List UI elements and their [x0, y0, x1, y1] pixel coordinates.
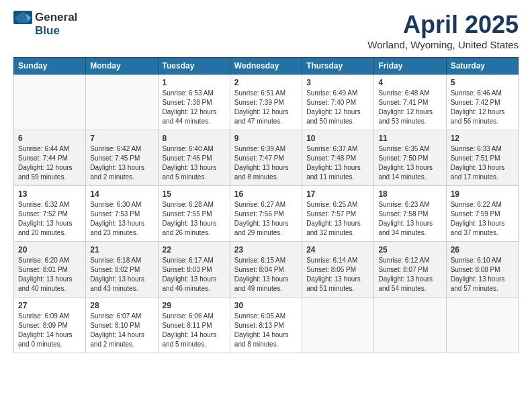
day-cell: 30Sunrise: 6:05 AM Sunset: 8:13 PM Dayli… [230, 298, 302, 353]
day-number: 22 [163, 245, 226, 255]
calendar-table: Sunday Monday Tuesday Wednesday Thursday… [13, 57, 519, 353]
day-detail: Sunrise: 6:15 AM Sunset: 8:04 PM Dayligh… [234, 256, 298, 293]
month-title: April 2025 [367, 11, 519, 39]
col-wednesday: Wednesday [230, 58, 302, 75]
day-detail: Sunrise: 6:42 AM Sunset: 7:45 PM Dayligh… [90, 144, 153, 182]
col-thursday: Thursday [302, 58, 374, 75]
day-number: 15 [163, 189, 226, 199]
day-detail: Sunrise: 6:37 AM Sunset: 7:48 PM Dayligh… [306, 144, 369, 182]
day-cell: 16Sunrise: 6:27 AM Sunset: 7:56 PM Dayli… [230, 186, 302, 242]
day-number: 9 [234, 134, 298, 143]
location-title: Worland, Wyoming, United States [367, 39, 519, 50]
day-number: 25 [378, 245, 441, 255]
day-detail: Sunrise: 6:06 AM Sunset: 8:11 PM Dayligh… [163, 312, 226, 349]
day-detail: Sunrise: 6:07 AM Sunset: 8:10 PM Dayligh… [90, 312, 153, 349]
day-number: 1 [163, 78, 226, 87]
day-number: 4 [378, 78, 441, 87]
day-detail: Sunrise: 6:22 AM Sunset: 7:59 PM Dayligh… [451, 200, 514, 238]
header: General Blue April 2025 Worland, Wyoming… [13, 11, 519, 50]
day-cell: 7Sunrise: 6:42 AM Sunset: 7:45 PM Daylig… [86, 130, 158, 186]
day-cell: 23Sunrise: 6:15 AM Sunset: 8:04 PM Dayli… [230, 242, 302, 298]
day-number: 14 [90, 189, 153, 199]
day-detail: Sunrise: 6:12 AM Sunset: 8:07 PM Dayligh… [378, 256, 441, 293]
day-cell [302, 298, 374, 353]
day-cell: 5Sunrise: 6:46 AM Sunset: 7:42 PM Daylig… [446, 75, 518, 130]
day-detail: Sunrise: 6:14 AM Sunset: 8:05 PM Dayligh… [306, 256, 369, 293]
day-detail: Sunrise: 6:33 AM Sunset: 7:51 PM Dayligh… [451, 144, 514, 182]
day-cell: 25Sunrise: 6:12 AM Sunset: 8:07 PM Dayli… [374, 242, 446, 298]
day-number: 29 [163, 301, 226, 310]
day-number: 7 [90, 134, 153, 143]
day-number: 11 [378, 134, 441, 143]
day-cell: 1Sunrise: 6:53 AM Sunset: 7:38 PM Daylig… [158, 75, 230, 130]
day-cell: 19Sunrise: 6:22 AM Sunset: 7:59 PM Dayli… [446, 186, 518, 242]
day-cell: 24Sunrise: 6:14 AM Sunset: 8:05 PM Dayli… [302, 242, 374, 298]
week-row-2: 6Sunrise: 6:44 AM Sunset: 7:44 PM Daylig… [14, 130, 519, 186]
day-detail: Sunrise: 6:48 AM Sunset: 7:41 PM Dayligh… [378, 89, 441, 126]
col-friday: Friday [374, 58, 446, 75]
day-cell [14, 75, 86, 130]
day-number: 2 [234, 78, 298, 87]
col-saturday: Saturday [446, 58, 518, 75]
day-number: 28 [90, 301, 153, 310]
day-detail: Sunrise: 6:40 AM Sunset: 7:46 PM Dayligh… [163, 144, 226, 182]
day-detail: Sunrise: 6:49 AM Sunset: 7:40 PM Dayligh… [306, 89, 369, 126]
logo-blue: Blue [35, 24, 60, 38]
day-detail: Sunrise: 6:09 AM Sunset: 8:09 PM Dayligh… [18, 312, 81, 349]
day-cell: 28Sunrise: 6:07 AM Sunset: 8:10 PM Dayli… [86, 298, 158, 353]
day-detail: Sunrise: 6:17 AM Sunset: 8:03 PM Dayligh… [163, 256, 226, 293]
day-cell: 6Sunrise: 6:44 AM Sunset: 7:44 PM Daylig… [14, 130, 86, 186]
day-cell: 18Sunrise: 6:23 AM Sunset: 7:58 PM Dayli… [374, 186, 446, 242]
day-detail: Sunrise: 6:46 AM Sunset: 7:42 PM Dayligh… [451, 89, 514, 126]
day-detail: Sunrise: 6:51 AM Sunset: 7:39 PM Dayligh… [234, 89, 298, 126]
day-number: 13 [18, 189, 81, 199]
day-detail: Sunrise: 6:35 AM Sunset: 7:50 PM Dayligh… [378, 144, 441, 182]
day-detail: Sunrise: 6:30 AM Sunset: 7:53 PM Dayligh… [90, 200, 153, 238]
day-cell: 15Sunrise: 6:28 AM Sunset: 7:55 PM Dayli… [158, 186, 230, 242]
day-cell: 26Sunrise: 6:10 AM Sunset: 8:08 PM Dayli… [446, 242, 518, 298]
day-cell: 2Sunrise: 6:51 AM Sunset: 7:39 PM Daylig… [230, 75, 302, 130]
day-number: 12 [451, 134, 514, 143]
day-cell: 17Sunrise: 6:25 AM Sunset: 7:57 PM Dayli… [302, 186, 374, 242]
day-number: 6 [18, 134, 81, 143]
day-number: 10 [306, 134, 369, 143]
day-number: 23 [234, 245, 298, 255]
day-number: 20 [18, 245, 81, 255]
day-cell: 12Sunrise: 6:33 AM Sunset: 7:51 PM Dayli… [446, 130, 518, 186]
logo-general: General [35, 11, 77, 24]
logo-icon [13, 11, 32, 24]
day-cell: 8Sunrise: 6:40 AM Sunset: 7:46 PM Daylig… [158, 130, 230, 186]
day-cell: 29Sunrise: 6:06 AM Sunset: 8:11 PM Dayli… [158, 298, 230, 353]
day-number: 18 [378, 189, 441, 199]
col-monday: Monday [86, 58, 158, 75]
day-cell: 14Sunrise: 6:30 AM Sunset: 7:53 PM Dayli… [86, 186, 158, 242]
logo: General Blue [13, 11, 77, 38]
day-number: 30 [234, 301, 298, 310]
day-detail: Sunrise: 6:39 AM Sunset: 7:47 PM Dayligh… [234, 144, 298, 182]
day-number: 26 [451, 245, 514, 255]
day-cell [86, 75, 158, 130]
day-number: 3 [306, 78, 369, 87]
title-block: April 2025 Worland, Wyoming, United Stat… [367, 11, 519, 50]
week-row-4: 20Sunrise: 6:20 AM Sunset: 8:01 PM Dayli… [14, 242, 519, 298]
day-detail: Sunrise: 6:44 AM Sunset: 7:44 PM Dayligh… [18, 144, 81, 182]
header-row: Sunday Monday Tuesday Wednesday Thursday… [14, 58, 519, 75]
day-detail: Sunrise: 6:18 AM Sunset: 8:02 PM Dayligh… [90, 256, 153, 293]
day-detail: Sunrise: 6:10 AM Sunset: 8:08 PM Dayligh… [451, 256, 514, 293]
day-detail: Sunrise: 6:05 AM Sunset: 8:13 PM Dayligh… [234, 312, 298, 349]
week-row-5: 27Sunrise: 6:09 AM Sunset: 8:09 PM Dayli… [14, 298, 519, 353]
day-cell: 22Sunrise: 6:17 AM Sunset: 8:03 PM Dayli… [158, 242, 230, 298]
day-cell: 27Sunrise: 6:09 AM Sunset: 8:09 PM Dayli… [14, 298, 86, 353]
day-number: 8 [163, 134, 226, 143]
day-number: 5 [451, 78, 514, 87]
week-row-1: 1Sunrise: 6:53 AM Sunset: 7:38 PM Daylig… [14, 75, 519, 130]
day-number: 21 [90, 245, 153, 255]
day-number: 16 [234, 189, 298, 199]
col-sunday: Sunday [14, 58, 86, 75]
col-tuesday: Tuesday [158, 58, 230, 75]
day-detail: Sunrise: 6:27 AM Sunset: 7:56 PM Dayligh… [234, 200, 298, 238]
day-cell: 20Sunrise: 6:20 AM Sunset: 8:01 PM Dayli… [14, 242, 86, 298]
day-detail: Sunrise: 6:20 AM Sunset: 8:01 PM Dayligh… [18, 256, 81, 293]
week-row-3: 13Sunrise: 6:32 AM Sunset: 7:52 PM Dayli… [14, 186, 519, 242]
day-cell [374, 298, 446, 353]
